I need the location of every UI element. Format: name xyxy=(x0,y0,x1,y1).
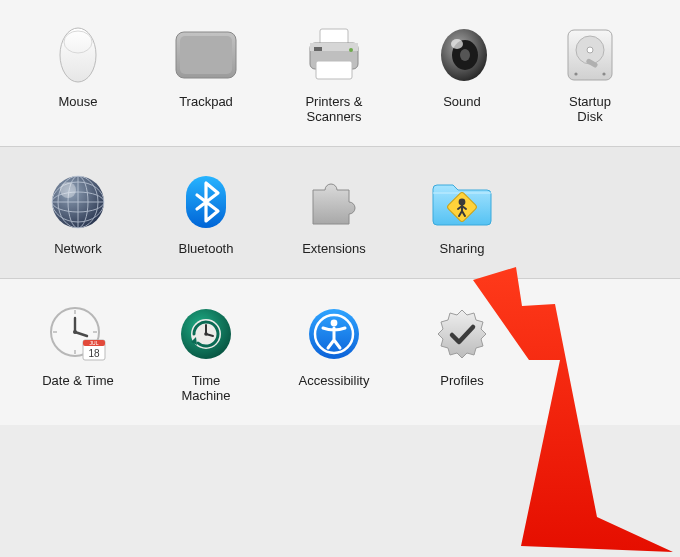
svg-point-56 xyxy=(331,320,338,327)
svg-point-16 xyxy=(587,47,593,53)
prefs-row-network: Network Bluetooth Extensions xyxy=(0,147,680,278)
svg-text:18: 18 xyxy=(88,348,100,359)
pref-accessibility[interactable]: Accessibility xyxy=(270,301,398,388)
svg-point-18 xyxy=(574,72,577,75)
pref-label: Accessibility xyxy=(270,373,398,388)
pref-label: Mouse xyxy=(14,94,142,109)
printer-icon xyxy=(270,22,398,88)
svg-point-12 xyxy=(460,49,470,61)
pref-date-time[interactable]: JUL 18 Date & Time xyxy=(14,301,142,388)
sharing-folder-icon xyxy=(398,169,526,235)
svg-point-43 xyxy=(73,330,77,334)
pref-label: Sound xyxy=(398,94,526,109)
svg-rect-8 xyxy=(314,47,322,51)
bluetooth-icon xyxy=(142,169,270,235)
pref-label: Profiles xyxy=(398,373,526,388)
pref-trackpad[interactable]: Trackpad xyxy=(142,22,270,109)
puzzle-icon xyxy=(270,169,398,235)
pref-label: Time Machine xyxy=(142,373,270,403)
clock-icon: JUL 18 xyxy=(14,301,142,367)
pref-label: Sharing xyxy=(398,241,526,256)
pref-extensions[interactable]: Extensions xyxy=(270,169,398,256)
pref-sound[interactable]: Sound xyxy=(398,22,526,109)
svg-point-0 xyxy=(60,28,96,82)
pref-label: Trackpad xyxy=(142,94,270,109)
speaker-icon xyxy=(398,22,526,88)
pref-time-machine[interactable]: Time Machine xyxy=(142,301,270,403)
timemachine-icon xyxy=(142,301,270,367)
pref-printers[interactable]: Printers & Scanners xyxy=(270,22,398,124)
pref-profiles[interactable]: Profiles xyxy=(398,301,526,388)
pref-label: Date & Time xyxy=(14,373,142,388)
pref-sharing[interactable]: Sharing xyxy=(398,169,526,256)
pref-mouse[interactable]: Mouse xyxy=(14,22,142,109)
pref-label: Printers & Scanners xyxy=(270,94,398,124)
pref-bluetooth[interactable]: Bluetooth xyxy=(142,169,270,256)
svg-point-9 xyxy=(349,48,353,52)
pref-startup-disk[interactable]: Startup Disk xyxy=(526,22,654,124)
prefs-row-system: JUL 18 Date & Time Time Machine xyxy=(0,279,680,425)
pref-label: Startup Disk xyxy=(526,94,654,124)
trackpad-icon xyxy=(142,22,270,88)
pref-network[interactable]: Network xyxy=(14,169,142,256)
svg-point-19 xyxy=(602,72,605,75)
pref-label: Network xyxy=(14,241,142,256)
prefs-row-hardware: Mouse Trackpad Printers & Scanners xyxy=(0,0,680,146)
svg-point-53 xyxy=(204,332,208,336)
svg-point-27 xyxy=(60,182,76,198)
svg-rect-7 xyxy=(316,61,352,79)
badge-check-icon xyxy=(398,301,526,367)
svg-rect-3 xyxy=(180,36,232,74)
disk-icon xyxy=(526,22,654,88)
svg-point-13 xyxy=(451,39,463,49)
accessibility-icon xyxy=(270,301,398,367)
globe-icon xyxy=(14,169,142,235)
pref-label: Bluetooth xyxy=(142,241,270,256)
svg-text:JUL: JUL xyxy=(90,340,99,346)
mouse-icon xyxy=(14,22,142,88)
pref-label: Extensions xyxy=(270,241,398,256)
